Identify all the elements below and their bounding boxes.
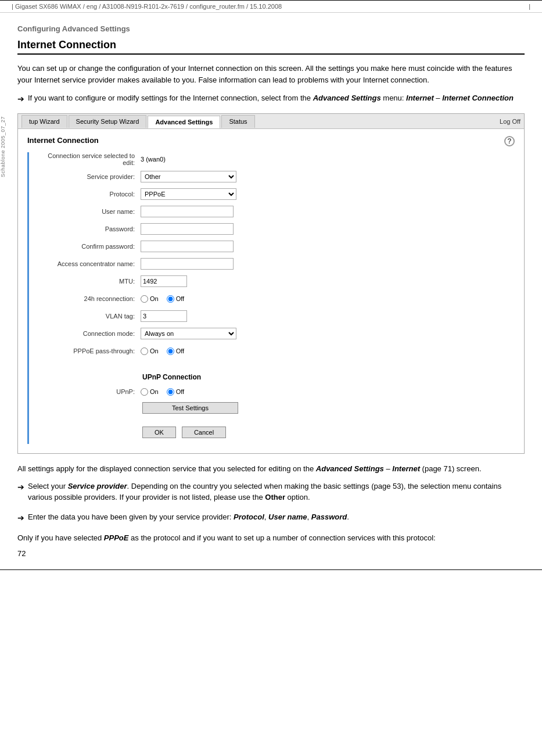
page-heading: Internet Connection xyxy=(17,39,525,55)
help-icon[interactable]: ? xyxy=(504,136,515,146)
form-row-mtu: MTU: xyxy=(36,274,515,288)
ui-nav-tabs: tup Wizard Security Setup Wizard Advance… xyxy=(21,114,255,128)
bottom-line xyxy=(0,569,542,570)
top-bar-right: | xyxy=(529,3,530,10)
pppoe-off-option[interactable]: Off xyxy=(167,347,184,355)
tab-security-setup[interactable]: Security Setup Wizard xyxy=(69,115,147,128)
test-settings-button[interactable]: Test Settings xyxy=(142,402,238,414)
form-row-connection-mode: Connection mode: Always on xyxy=(36,327,515,341)
confirm-password-label: Confirm password: xyxy=(36,243,141,250)
access-concentrator-label: Access concentrator name: xyxy=(36,260,141,267)
cancel-button[interactable]: Cancel xyxy=(182,427,226,438)
reconnect-radio-group: On Off xyxy=(141,295,184,303)
password-label: Password: xyxy=(36,225,141,232)
arrow-text-2: Select your Service provider. Depending … xyxy=(28,481,525,503)
form-row-access-concentrator: Access concentrator name: xyxy=(36,257,515,271)
arrow-text-3: Enter the data you have been given by yo… xyxy=(28,511,349,524)
panel-title-row: Internet Connection ? xyxy=(27,136,515,146)
bottom-text-1: All settings apply for the displayed con… xyxy=(17,463,525,475)
upnp-off-label: Off xyxy=(176,388,184,395)
service-provider-select[interactable]: Other xyxy=(141,171,236,182)
page-wrapper: | Gigaset SX686 WiMAX / eng / A31008-N91… xyxy=(0,0,542,756)
upnp-off-option[interactable]: Off xyxy=(167,388,184,396)
reconnect-on-option[interactable]: On xyxy=(141,295,159,303)
only-text: Only if you have selected PPPoE as the p… xyxy=(17,532,525,544)
vlan-label: VLAN tag: xyxy=(36,313,141,320)
main-content: Configuring Advanced Settings Internet C… xyxy=(0,13,542,569)
arrow-icon-1: ➔ xyxy=(17,93,24,105)
form-row-protocol: Protocol: PPPoE xyxy=(36,187,515,201)
form-row-username: User name: xyxy=(36,205,515,218)
form-row-confirm-password: Confirm password: xyxy=(36,239,515,253)
reconnect-on-label: On xyxy=(150,295,159,302)
mtu-input[interactable] xyxy=(141,275,187,287)
ui-form-area: Connection service selected to edit: 3 (… xyxy=(27,152,515,444)
ok-cancel-row: OK Cancel xyxy=(142,427,515,438)
arrow-item-3: ➔ Enter the data you have been given by … xyxy=(17,511,525,524)
form-row-connection-service: Connection service selected to edit: 3 (… xyxy=(36,152,515,166)
reconnect-off-radio[interactable] xyxy=(167,295,174,303)
protocol-label: Protocol: xyxy=(36,191,141,198)
log-off-label[interactable]: Log Off xyxy=(500,118,521,125)
ok-button[interactable]: OK xyxy=(142,427,176,438)
password-input[interactable] xyxy=(141,223,234,235)
tab-status[interactable]: Status xyxy=(221,115,254,128)
ui-panel: tup Wizard Security Setup Wizard Advance… xyxy=(17,113,525,454)
arrow-item-1: ➔ If you want to configure or modify set… xyxy=(17,92,525,105)
form-row-password: Password: xyxy=(36,222,515,236)
arrow-item-2: ➔ Select your Service provider. Dependin… xyxy=(17,481,525,503)
vlan-input[interactable] xyxy=(141,310,187,322)
upnp-on-option[interactable]: On xyxy=(141,388,159,396)
divider-1 xyxy=(36,361,515,367)
connection-mode-select[interactable]: Always on xyxy=(141,328,236,339)
top-bar-left: | Gigaset SX686 WiMAX / eng / A31008-N91… xyxy=(12,3,282,10)
confirm-password-input[interactable] xyxy=(141,241,234,252)
section-title: Configuring Advanced Settings xyxy=(17,24,525,33)
form-row-reconnect: 24h reconnection: On Off xyxy=(36,292,515,306)
ui-body: Internet Connection ? Connection service… xyxy=(18,129,524,453)
top-bar: | Gigaset SX686 WiMAX / eng / A31008-N91… xyxy=(0,0,542,13)
connection-service-value: 3 (wan0) xyxy=(141,156,166,163)
tab-setup-wizard[interactable]: tup Wizard xyxy=(21,115,67,128)
pppoe-off-radio[interactable] xyxy=(167,347,174,355)
pppoe-off-label: Off xyxy=(176,347,184,354)
access-concentrator-input[interactable] xyxy=(141,258,234,270)
reconnect-off-label: Off xyxy=(176,295,184,302)
connection-mode-label: Connection mode: xyxy=(36,330,141,337)
arrow-icon-3: ➔ xyxy=(17,512,24,524)
form-row-upnp: UPnP: On Off xyxy=(36,385,515,399)
arrow-text-1: If you want to configure or modify setti… xyxy=(28,92,514,105)
divider-3 xyxy=(36,438,515,444)
upnp-off-radio[interactable] xyxy=(167,388,174,396)
reconnect-off-option[interactable]: Off xyxy=(167,295,184,303)
form-row-service-provider: Service provider: Other xyxy=(36,170,515,184)
username-input[interactable] xyxy=(141,206,234,217)
pppoe-passthrough-label: PPPoE pass-through: xyxy=(36,347,141,354)
arrow-icon-2: ➔ xyxy=(17,481,24,503)
test-settings-row: Test Settings xyxy=(142,402,515,414)
mtu-label: MTU: xyxy=(36,278,141,285)
username-label: User name: xyxy=(36,208,141,215)
page-number: 72 xyxy=(17,549,525,558)
protocol-select[interactable]: PPPoE xyxy=(141,188,236,200)
reconnect-on-radio[interactable] xyxy=(141,295,148,303)
service-provider-label: Service provider: xyxy=(36,173,141,180)
pppoe-on-label: On xyxy=(150,347,159,354)
intro-paragraph: You can set up or change the configurati… xyxy=(17,63,525,85)
upnp-radio-group: On Off xyxy=(141,388,184,396)
upnp-on-label: On xyxy=(150,388,159,395)
divider-2 xyxy=(36,417,515,423)
connection-service-label: Connection service selected to edit: xyxy=(36,152,141,166)
ui-nav-bar: tup Wizard Security Setup Wizard Advance… xyxy=(18,114,524,129)
form-row-vlan: VLAN tag: xyxy=(36,309,515,323)
pppoe-on-radio[interactable] xyxy=(141,347,148,355)
reconnect-label: 24h reconnection: xyxy=(36,295,141,302)
pppoe-passthrough-radio-group: On Off xyxy=(141,347,184,355)
panel-title: Internet Connection xyxy=(27,136,99,145)
upnp-label: UPnP: xyxy=(36,388,141,395)
tab-advanced-settings[interactable]: Advanced Settings xyxy=(148,116,220,128)
form-row-pppoe-passthrough: PPPoE pass-through: On Off xyxy=(36,344,515,358)
side-label: Schablone 2005_07_27 xyxy=(0,116,12,177)
pppoe-on-option[interactable]: On xyxy=(141,347,159,355)
upnp-on-radio[interactable] xyxy=(141,388,148,396)
